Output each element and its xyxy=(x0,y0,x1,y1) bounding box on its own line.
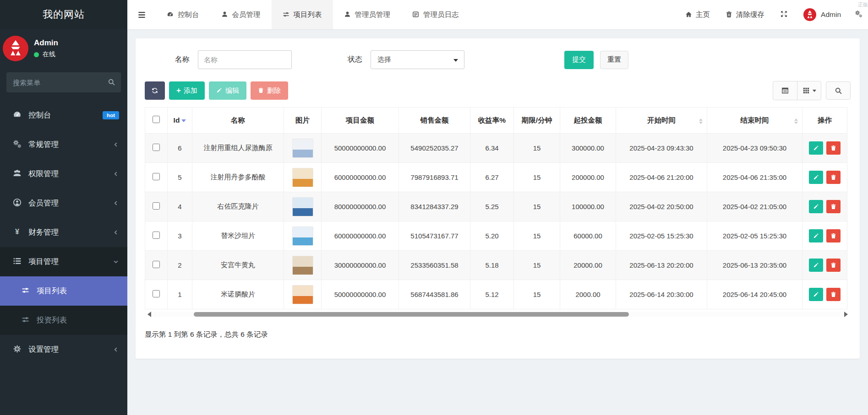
tab-admin-log[interactable]: 管理员日志 xyxy=(401,0,470,29)
trash-icon xyxy=(830,174,836,180)
column-start_time[interactable]: 开始时间 xyxy=(616,108,707,134)
home-link[interactable]: 主页 xyxy=(685,10,710,20)
product-image[interactable] xyxy=(292,226,313,246)
expand-icon xyxy=(780,10,788,19)
sidebar: 我的网站 Admin 在线 控制台hot常规管理权限管理会员管理财务管理项目管理… xyxy=(0,0,127,415)
tab-member[interactable]: 会员管理 xyxy=(210,0,272,29)
sidebar-item-label: 设置管理 xyxy=(28,345,59,355)
row-delete-button[interactable] xyxy=(826,229,841,243)
columns-grid-icon xyxy=(802,87,810,94)
delete-button[interactable]: 删除 xyxy=(251,81,288,100)
settings-gear-icon[interactable] xyxy=(855,10,863,19)
table-row[interactable]: 5注射用丹参多酚酸60000000000.007987916893.716.27… xyxy=(145,163,847,192)
sidebar-item-project[interactable]: 项目管理 xyxy=(0,247,127,276)
columns-button[interactable] xyxy=(797,81,821,100)
cell-amount: 50000000000.00 xyxy=(322,280,399,309)
sidebar-item-config[interactable]: 设置管理 xyxy=(0,335,127,364)
row-checkbox[interactable] xyxy=(153,290,160,297)
tab-project-list[interactable]: 项目列表 xyxy=(272,0,333,29)
product-image[interactable] xyxy=(292,256,313,275)
row-delete-button[interactable] xyxy=(826,141,841,155)
sidebar-item-label: 项目列表 xyxy=(37,286,67,296)
row-checkbox[interactable] xyxy=(153,173,160,180)
search-toggle-button[interactable] xyxy=(826,81,851,100)
sidebar-item-member[interactable]: 会员管理 xyxy=(0,189,127,218)
cell-amount: 80000000000.00 xyxy=(322,192,399,221)
navbar-avatar[interactable] xyxy=(803,8,816,21)
sidebar-item-auth[interactable]: 权限管理 xyxy=(0,159,127,189)
tab-admin[interactable]: 管理员管理 xyxy=(333,0,402,29)
select-all-checkbox[interactable] xyxy=(153,116,160,123)
clear-cache-link[interactable]: 清除缓存 xyxy=(726,10,764,20)
row-delete-button[interactable] xyxy=(826,288,841,301)
name-filter-input[interactable] xyxy=(198,50,292,69)
cell-sales: 7987916893.71 xyxy=(399,163,470,192)
column-amount: 项目金额 xyxy=(322,108,399,134)
refresh-button[interactable] xyxy=(145,81,165,100)
cell-start-time: 2025-02-05 15:25:30 xyxy=(616,221,707,251)
row-checkbox[interactable] xyxy=(153,202,160,210)
row-edit-button[interactable] xyxy=(809,229,823,243)
table-row[interactable]: 6注射用重组人尿激酶原50000000000.005490252035.276.… xyxy=(145,134,847,163)
navbar-user-menu[interactable]: Admin xyxy=(821,11,841,19)
submit-button[interactable]: 提交 xyxy=(564,51,594,69)
scrollbar-track[interactable] xyxy=(153,312,843,317)
reset-button[interactable]: 重置 xyxy=(600,51,628,69)
cell-end-time: 2025-02-05 15:25:30 xyxy=(707,221,802,251)
user-circle-icon xyxy=(12,198,22,208)
hot-badge: hot xyxy=(103,111,119,119)
table-row[interactable]: 2安宫牛黄丸30000000000.002533560351.585.18152… xyxy=(145,251,847,280)
sidebar-search-input[interactable] xyxy=(6,72,121,92)
nav-tabs: 控制台会员管理项目列表管理员管理管理员日志 xyxy=(156,0,470,29)
table-row[interactable]: 4右佐匹克隆片80000000000.008341284337.295.2515… xyxy=(145,192,847,221)
row-edit-button[interactable] xyxy=(809,141,823,155)
edit-button[interactable]: 编辑 xyxy=(209,81,246,100)
scroll-left-arrow-icon[interactable] xyxy=(145,312,151,317)
column-end_time[interactable]: 结束时间 xyxy=(707,108,802,134)
row-delete-button[interactable] xyxy=(826,259,841,272)
add-button[interactable]: 添加 xyxy=(169,81,205,100)
product-image[interactable] xyxy=(292,168,313,187)
product-image[interactable] xyxy=(292,197,313,216)
sidebar-item-finance[interactable]: 财务管理 xyxy=(0,218,127,247)
chevron-down-icon xyxy=(453,59,458,64)
row-edit-button[interactable] xyxy=(809,171,823,184)
row-edit-button[interactable] xyxy=(809,288,823,301)
chevron-down-icon xyxy=(113,258,119,265)
row-checkbox[interactable] xyxy=(153,261,160,268)
row-edit-button[interactable] xyxy=(809,259,823,272)
sidebar-item-general[interactable]: 常规管理 xyxy=(0,130,127,159)
row-checkbox[interactable] xyxy=(153,232,160,239)
fullscreen-button[interactable] xyxy=(780,10,788,19)
sort-desc-icon xyxy=(181,119,186,124)
row-checkbox[interactable] xyxy=(153,144,160,151)
row-edit-button[interactable] xyxy=(809,200,823,213)
detail-view-button[interactable] xyxy=(773,81,797,100)
menu-toggle-button[interactable] xyxy=(127,0,156,29)
detail-view-icon xyxy=(781,87,789,94)
list-icon xyxy=(12,257,22,267)
tab-console[interactable]: 控制台 xyxy=(156,0,210,29)
cell-end-time: 2025-04-06 21:35:00 xyxy=(707,163,802,192)
chevron-left-icon xyxy=(113,346,119,353)
column-id[interactable]: Id xyxy=(168,108,192,134)
column-rate: 收益率% xyxy=(470,108,514,134)
trash-icon xyxy=(830,145,836,151)
gears-icon xyxy=(12,140,22,150)
table-row[interactable]: 3替米沙坦片60000000000.005105473167.775.20156… xyxy=(145,221,847,251)
product-image[interactable] xyxy=(292,285,313,304)
cell-min-invest: 20000.00 xyxy=(560,251,616,280)
scroll-right-arrow-icon[interactable] xyxy=(844,312,851,317)
row-delete-button[interactable] xyxy=(826,171,841,184)
sidebar-item-console[interactable]: 控制台hot xyxy=(0,101,127,130)
cell-checkbox xyxy=(145,134,168,163)
scrollbar-thumb[interactable] xyxy=(194,312,628,317)
status-select[interactable]: 选择 xyxy=(371,50,464,69)
table-row[interactable]: 1米诺膦酸片50000000000.005687443581.865.12152… xyxy=(145,280,847,309)
sidebar-item-invest-list[interactable]: 投资列表 xyxy=(0,306,127,335)
product-image[interactable] xyxy=(292,139,313,158)
sidebar-item-project-list[interactable]: 项目列表 xyxy=(0,276,127,306)
row-delete-button[interactable] xyxy=(826,200,841,213)
sidebar-item-label: 权限管理 xyxy=(28,169,59,179)
chevron-down-icon xyxy=(813,90,816,94)
